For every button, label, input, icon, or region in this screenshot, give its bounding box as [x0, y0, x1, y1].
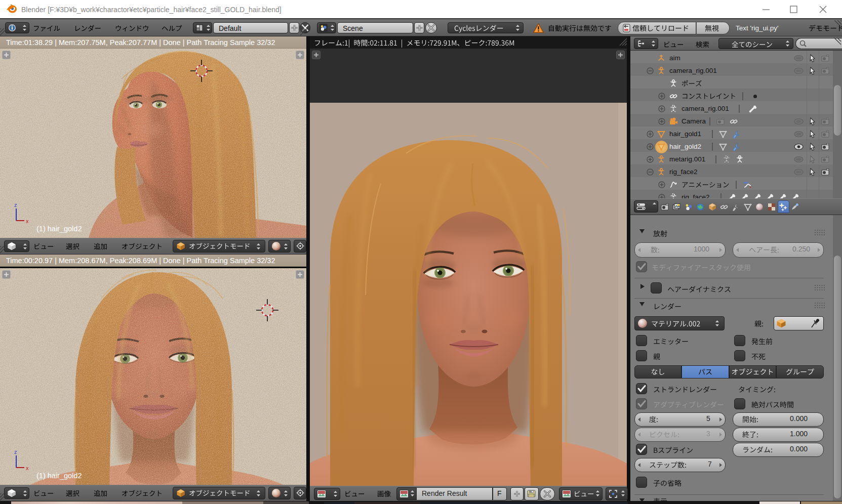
- svg-text:z: z: [14, 449, 17, 455]
- svg-text:x: x: [26, 218, 29, 224]
- svg-text:x: x: [26, 465, 29, 471]
- svg-text:z: z: [14, 202, 17, 208]
